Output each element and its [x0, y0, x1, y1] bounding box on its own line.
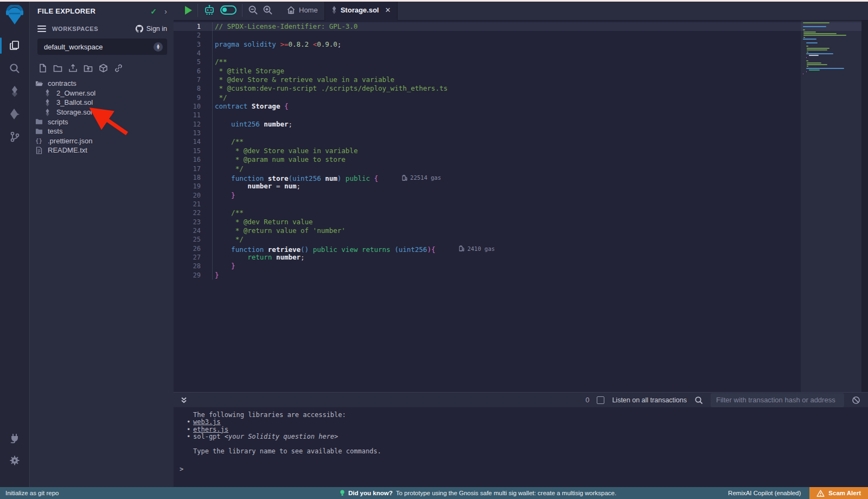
code-line[interactable]: 21: [174, 200, 868, 209]
create-file-icon[interactable]: [38, 64, 47, 73]
remix-logo-icon[interactable]: [4, 5, 25, 27]
code-line[interactable]: 28 }: [174, 262, 868, 270]
terminal-prompt[interactable]: >: [180, 466, 183, 473]
web3-link[interactable]: web3.js: [193, 418, 221, 426]
file-label: 2_Owner.sol: [56, 89, 95, 97]
workspace-menu-icon[interactable]: [37, 26, 46, 32]
create-folder-icon[interactable]: [53, 64, 62, 73]
zoom-in-icon[interactable]: [263, 5, 273, 15]
run-script-button[interactable]: [185, 6, 192, 15]
code-line[interactable]: 23 * @dev Return value: [174, 218, 868, 226]
code-line[interactable]: 5/**: [174, 58, 868, 66]
code-line[interactable]: 3pragma solidity >=0.8.2 <0.9.0;: [174, 40, 868, 49]
main-area: Home Storage.sol ✕ 1// SPDX-License-Iden…: [174, 0, 868, 487]
code-text: * @return value of 'number': [213, 226, 346, 235]
minimap-viewport[interactable]: [801, 21, 861, 392]
file-label: scripts: [48, 118, 68, 126]
line-number: 22: [174, 209, 213, 217]
code-line[interactable]: 29}: [174, 271, 868, 280]
check-icon: ✓: [150, 7, 157, 16]
code-line[interactable]: 22 /**: [174, 209, 868, 217]
code-line[interactable]: 20 }: [174, 191, 868, 200]
line-number: 5: [174, 58, 213, 66]
transaction-count: 0: [585, 396, 589, 404]
cube-icon[interactable]: [99, 64, 108, 73]
terminal[interactable]: The following libraries are accessible: …: [174, 407, 868, 487]
sidebar-item-plugin-manager[interactable]: [0, 426, 30, 449]
terminal-search-icon[interactable]: [694, 396, 703, 405]
code-line[interactable]: 2: [174, 31, 868, 40]
code-line[interactable]: 7 * @dev Store & retrieve value in a var…: [174, 75, 868, 84]
file-tree-item-scripts[interactable]: scripts: [30, 117, 174, 127]
code-line[interactable]: 26 function retrieve() public view retur…: [174, 244, 868, 253]
clear-console-icon[interactable]: [852, 396, 860, 405]
copilot-status[interactable]: RemixAI Copilot (enabled): [728, 490, 801, 496]
code-line[interactable]: 8 * @custom:dev-run-script ./scripts/dep…: [174, 84, 868, 93]
solidity-icon: [44, 99, 52, 106]
code-line[interactable]: 18 function store(uint256 num) public {2…: [174, 173, 868, 182]
window-edge: [0, 0, 868, 2]
tab-home[interactable]: Home: [280, 0, 324, 21]
code-line[interactable]: 9 */: [174, 93, 868, 102]
plug-icon: [9, 432, 21, 444]
sidebar-item-search[interactable]: [0, 57, 30, 80]
code-line[interactable]: 10contract Storage {: [174, 102, 868, 111]
code-line[interactable]: 16 * @param num value to store: [174, 155, 868, 164]
file-tree-item-2-owner-sol[interactable]: 2_Owner.sol: [30, 89, 174, 98]
workspace-select[interactable]: default_workspace ▲▼: [37, 39, 167, 55]
code-line[interactable]: 24 * @return value of 'number': [174, 226, 868, 235]
chevron-right-icon[interactable]: ›: [164, 7, 167, 16]
code-line[interactable]: 4: [174, 49, 868, 58]
file-tree-item-3-ballot-sol[interactable]: 3_Ballot.sol: [30, 98, 174, 108]
sidebar-item-deploy-run[interactable]: [0, 103, 30, 125]
file-tree-item-contracts[interactable]: contracts: [30, 79, 174, 89]
line-number: 14: [174, 137, 213, 146]
tab-storage-sol[interactable]: Storage.sol ✕: [324, 0, 398, 21]
code-line[interactable]: 11: [174, 111, 868, 119]
sign-in-button[interactable]: Sign in: [135, 24, 167, 33]
remixai-copilot-toggle[interactable]: [220, 5, 237, 15]
scam-alert-button[interactable]: Scam Alert: [809, 487, 868, 499]
collapse-terminal-icon[interactable]: [180, 396, 188, 404]
upload-folder-icon[interactable]: [84, 64, 93, 73]
sidebar-item-solidity-compiler[interactable]: [0, 80, 30, 103]
line-number: 9: [174, 93, 213, 102]
code-line[interactable]: 15 * @dev Store value in variable: [174, 147, 868, 155]
code-line[interactable]: 14 /**: [174, 137, 868, 146]
home-icon: [287, 6, 295, 14]
code-line[interactable]: 17 */: [174, 165, 868, 173]
sidebar-item-git[interactable]: [0, 125, 30, 148]
code-line[interactable]: 1// SPDX-License-Identifier: GPL-3.0: [174, 22, 868, 31]
code-text: return number;: [213, 253, 305, 262]
code-line[interactable]: 27 return number;: [174, 253, 868, 262]
braces-icon: {}: [35, 137, 43, 144]
folder-icon: [35, 118, 43, 125]
transaction-filter-input[interactable]: [711, 393, 844, 407]
ethers-link[interactable]: ethers.js: [193, 426, 228, 433]
close-tab-icon[interactable]: ✕: [385, 6, 391, 14]
code-editor[interactable]: 1// SPDX-License-Identifier: GPL-3.023pr…: [174, 21, 868, 392]
line-number: 13: [174, 129, 213, 137]
file-tree-item--prettierrc-json[interactable]: {}.prettierrc.json: [30, 136, 174, 146]
code-line[interactable]: 25 */: [174, 235, 868, 244]
sidebar-item-settings[interactable]: [0, 449, 30, 472]
workspaces-label: WORKSPACES: [52, 26, 135, 32]
file-tree-item-storage-sol[interactable]: Storage.sol: [30, 108, 174, 117]
folder-icon: [35, 128, 43, 135]
line-number: 23: [174, 218, 213, 226]
upload-file-icon[interactable]: [68, 64, 78, 73]
sidebar-item-file-explorer[interactable]: [0, 34, 30, 57]
file-tree-item-readme-txt[interactable]: README.txt: [30, 146, 174, 155]
remixai-robot-icon[interactable]: [203, 4, 215, 16]
code-line[interactable]: 6 * @title Storage: [174, 67, 868, 75]
link-icon[interactable]: [114, 64, 123, 73]
init-git-repo-button[interactable]: Initialize as git repo: [0, 490, 228, 496]
code-text: /**: [213, 137, 244, 146]
code-line[interactable]: 13: [174, 129, 868, 137]
zoom-out-icon[interactable]: [248, 5, 258, 15]
code-line[interactable]: 12 uint256 number;: [174, 120, 868, 129]
code-line[interactable]: 19 number = num;: [174, 182, 868, 191]
file-tree-item-tests[interactable]: tests: [30, 127, 174, 136]
minimap[interactable]: [803, 22, 860, 75]
listen-transactions-checkbox[interactable]: [597, 396, 604, 404]
